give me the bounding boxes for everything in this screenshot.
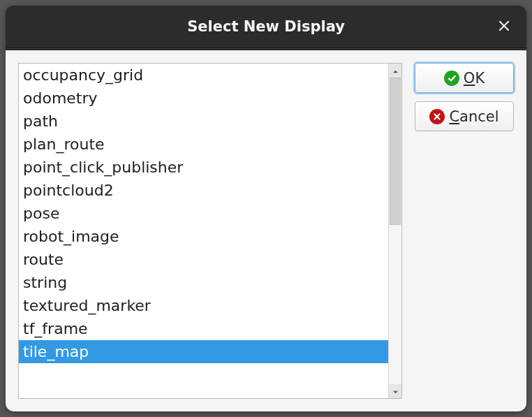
list-item[interactable]: pose: [19, 202, 388, 225]
check-icon: [444, 71, 459, 86]
scroll-up-button[interactable]: [389, 64, 401, 78]
list-item[interactable]: path: [19, 110, 388, 133]
ok-button-label: OK: [464, 70, 485, 87]
scroll-down-button[interactable]: [389, 384, 401, 398]
list-item[interactable]: pointcloud2: [19, 179, 388, 202]
scrollbar[interactable]: [388, 64, 401, 398]
dialog-window: Select New Display occupancy_gridodometr…: [6, 6, 526, 411]
dialog-content: occupancy_gridodometrypathplan_routepoin…: [6, 50, 526, 411]
list-item[interactable]: robot_image: [19, 225, 388, 248]
list-item[interactable]: odometry: [19, 87, 388, 110]
cross-icon: [429, 109, 445, 124]
list-item[interactable]: plan_route: [19, 133, 388, 156]
scroll-thumb[interactable]: [390, 78, 401, 225]
cancel-button-label: Cancel: [449, 108, 498, 125]
list-item[interactable]: tile_map: [19, 340, 388, 363]
display-type-listbox[interactable]: occupancy_gridodometrypathplan_routepoin…: [18, 63, 402, 399]
chevron-up-icon: [392, 64, 399, 78]
list-item[interactable]: string: [19, 271, 388, 294]
list-item[interactable]: tf_frame: [19, 317, 388, 340]
titlebar: Select New Display: [6, 6, 526, 47]
window-title: Select New Display: [187, 18, 345, 35]
chevron-down-icon: [392, 385, 399, 398]
ok-button[interactable]: OK: [415, 63, 514, 93]
close-icon: [498, 18, 510, 35]
list-item[interactable]: point_click_publisher: [19, 156, 388, 179]
scroll-track[interactable]: [389, 78, 401, 384]
list-item[interactable]: route: [19, 248, 388, 271]
button-column: OK Cancel: [415, 63, 514, 399]
list-item[interactable]: occupancy_grid: [19, 64, 388, 87]
close-button[interactable]: [494, 17, 514, 36]
list-item[interactable]: textured_marker: [19, 294, 388, 317]
cancel-button[interactable]: Cancel: [415, 101, 514, 131]
list-viewport: occupancy_gridodometrypathplan_routepoin…: [19, 64, 388, 398]
